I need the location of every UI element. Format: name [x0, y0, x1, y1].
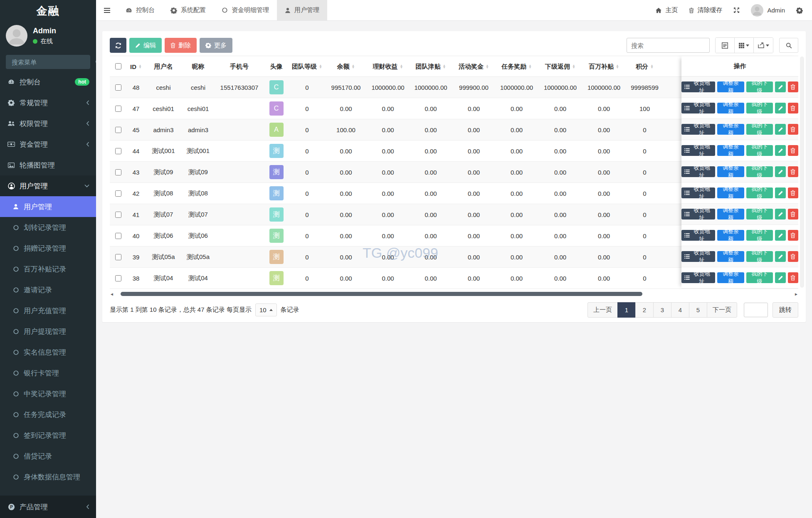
- column-header-ID[interactable]: ID▲▼: [126, 56, 146, 77]
- sidebar-subitem-银行卡管理[interactable]: 银行卡管理: [0, 363, 96, 383]
- address-button[interactable]: 收货地址: [681, 209, 715, 220]
- sidebar-subitem-捐赠记录管理[interactable]: 捐赠记录管理: [0, 238, 96, 259]
- my-subordinates-button[interactable]: 我的下级: [746, 103, 773, 113]
- column-header-理财收益[interactable]: 理财收益▲▼: [367, 56, 409, 77]
- column-header-活动奖金[interactable]: 活动奖金▲▼: [453, 56, 495, 77]
- fullscreen-icon[interactable]: [733, 7, 740, 13]
- my-subordinates-button[interactable]: 我的下级: [746, 145, 773, 156]
- sort-icon[interactable]: ▲▼: [400, 64, 403, 69]
- address-button[interactable]: 收货地址: [681, 166, 715, 177]
- page-button-3[interactable]: 3: [653, 302, 671, 318]
- detail-view-button[interactable]: [716, 38, 735, 53]
- more-button[interactable]: 更多: [200, 38, 232, 53]
- refresh-button[interactable]: [110, 38, 126, 53]
- adjust-balance-button[interactable]: 调整余额: [717, 81, 744, 92]
- page-size-select[interactable]: 10: [255, 303, 277, 316]
- column-header-团队等级[interactable]: 团队等级▲▼: [289, 56, 325, 77]
- row-checkbox[interactable]: [115, 106, 121, 112]
- address-button[interactable]: 收货地址: [681, 145, 715, 156]
- adjust-balance-button[interactable]: 调整余额: [717, 230, 744, 241]
- scrollbar-track[interactable]: [116, 291, 792, 296]
- adjust-balance-button[interactable]: 调整余额: [717, 166, 744, 177]
- sidebar-item-权限管理[interactable]: 权限管理: [0, 113, 96, 134]
- sidebar-subitem-签到记录管理[interactable]: 签到记录管理: [0, 425, 96, 446]
- adjust-balance-button[interactable]: 调整余额: [717, 187, 744, 198]
- sidebar-item-控制台[interactable]: 控制台hot: [0, 72, 96, 92]
- page-button-2[interactable]: 2: [635, 302, 654, 318]
- address-button[interactable]: 收货地址: [681, 187, 715, 198]
- scroll-right-icon[interactable]: ►: [794, 292, 798, 296]
- scrollbar-thumb[interactable]: [121, 292, 642, 296]
- home-link[interactable]: 主页: [655, 6, 678, 14]
- row-delete-button[interactable]: [788, 81, 798, 92]
- columns-button[interactable]: [735, 38, 754, 53]
- sidebar-subitem-用户充值管理[interactable]: 用户充值管理: [0, 300, 96, 321]
- row-checkbox[interactable]: [115, 190, 121, 197]
- sidebar-search-input[interactable]: [11, 58, 95, 66]
- row-checkbox[interactable]: [115, 84, 121, 91]
- gears-icon[interactable]: [796, 7, 803, 14]
- sidebar-subitem-用户管理[interactable]: 用户管理: [0, 196, 96, 217]
- sort-icon[interactable]: ▲▼: [616, 64, 619, 69]
- scroll-left-icon[interactable]: ◄: [110, 292, 114, 296]
- sort-icon[interactable]: ▲▼: [443, 64, 446, 69]
- page-button-5[interactable]: 5: [689, 302, 707, 318]
- my-subordinates-button[interactable]: 我的下级: [746, 272, 773, 283]
- sidebar-subitem-中奖记录管理[interactable]: 中奖记录管理: [0, 383, 96, 404]
- sidebar-item-用户管理[interactable]: 用户管理: [0, 175, 96, 196]
- sidebar-subitem-任务完成记录[interactable]: 任务完成记录: [0, 404, 96, 425]
- sort-icon[interactable]: ▲▼: [138, 64, 142, 69]
- jump-button[interactable]: 跳转: [773, 302, 798, 318]
- table-search-input[interactable]: [627, 38, 710, 53]
- my-subordinates-button[interactable]: 我的下级: [746, 187, 773, 198]
- row-checkbox[interactable]: [115, 254, 121, 260]
- row-delete-button[interactable]: [788, 103, 798, 113]
- my-subordinates-button[interactable]: 我的下级: [746, 124, 773, 135]
- row-delete-button[interactable]: [788, 124, 798, 135]
- row-edit-button[interactable]: [775, 230, 785, 241]
- adjust-balance-button[interactable]: 调整余额: [717, 124, 744, 135]
- row-delete-button[interactable]: [788, 230, 798, 241]
- tab-资金明细管理[interactable]: 资金明细管理: [214, 0, 277, 20]
- my-subordinates-button[interactable]: 我的下级: [746, 251, 773, 262]
- sidebar-item-常规管理[interactable]: 常规管理: [0, 92, 96, 113]
- row-edit-button[interactable]: [775, 187, 785, 198]
- row-delete-button[interactable]: [788, 166, 798, 177]
- column-header-团队津贴[interactable]: 团队津贴▲▼: [409, 56, 453, 77]
- adjust-balance-button[interactable]: 调整余额: [717, 209, 744, 220]
- sidebar-item-products[interactable]: P 产品管理: [0, 496, 96, 518]
- row-checkbox[interactable]: [115, 233, 121, 239]
- my-subordinates-button[interactable]: 我的下级: [746, 81, 773, 92]
- hamburger-icon[interactable]: [96, 0, 118, 20]
- sidebar-subitem-邀请记录[interactable]: 邀请记录: [0, 279, 96, 300]
- sort-icon[interactable]: ▲▼: [319, 64, 322, 69]
- row-delete-button[interactable]: [788, 272, 798, 283]
- prev-page-button[interactable]: 上一页: [587, 302, 618, 318]
- next-page-button[interactable]: 下一页: [707, 302, 737, 318]
- row-edit-button[interactable]: [775, 251, 785, 262]
- address-button[interactable]: 收货地址: [681, 81, 715, 92]
- sidebar-item-轮播图管理[interactable]: 轮播图管理: [0, 155, 96, 175]
- sidebar-subitem-百万补贴记录[interactable]: 百万补贴记录: [0, 259, 96, 279]
- sidebar-subitem-划转记录管理[interactable]: 划转记录管理: [0, 217, 96, 238]
- sort-icon[interactable]: ▲▼: [352, 64, 355, 69]
- select-all-checkbox[interactable]: [115, 63, 121, 69]
- my-subordinates-button[interactable]: 我的下级: [746, 230, 773, 241]
- row-edit-button[interactable]: [775, 166, 785, 177]
- row-delete-button[interactable]: [788, 251, 798, 262]
- row-delete-button[interactable]: [788, 145, 798, 156]
- row-checkbox[interactable]: [115, 275, 121, 281]
- address-button[interactable]: 收货地址: [681, 124, 715, 135]
- sort-icon[interactable]: ▲▼: [650, 64, 654, 69]
- row-delete-button[interactable]: [788, 187, 798, 198]
- address-button[interactable]: 收货地址: [681, 272, 715, 283]
- row-edit-button[interactable]: [775, 209, 785, 220]
- search-button[interactable]: [779, 38, 798, 53]
- navbar-user[interactable]: Admin: [751, 4, 785, 17]
- column-header-任务奖励[interactable]: 任务奖励▲▼: [495, 56, 538, 77]
- my-subordinates-button[interactable]: 我的下级: [746, 209, 773, 220]
- adjust-balance-button[interactable]: 调整余额: [717, 272, 744, 283]
- sidebar-item-资金管理[interactable]: 资金管理: [0, 134, 96, 155]
- row-edit-button[interactable]: [775, 81, 785, 92]
- tab-用户管理[interactable]: 用户管理: [277, 0, 327, 20]
